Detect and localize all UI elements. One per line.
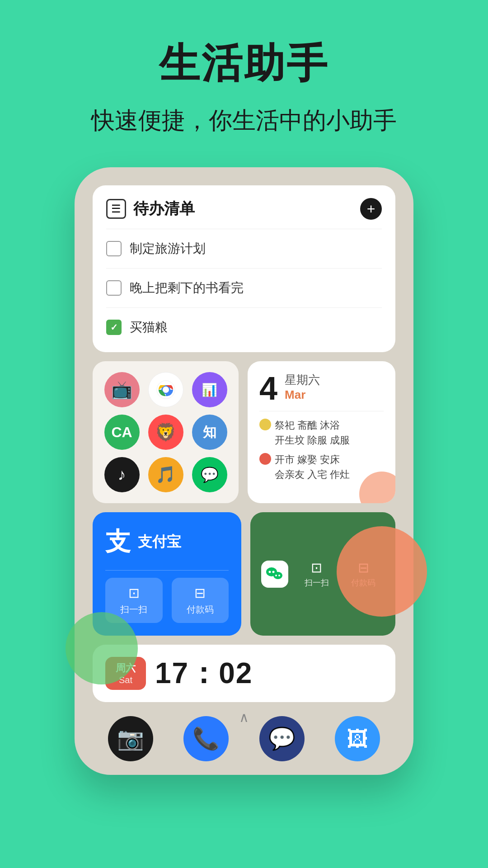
app-icon-tv[interactable]: 📺: [104, 372, 140, 407]
dock-messages[interactable]: 💬: [259, 716, 305, 761]
dock-phone[interactable]: 📞: [183, 716, 229, 761]
todo-title: 待办清单: [133, 198, 195, 219]
todo-divider-1: [106, 229, 382, 229]
calendar-bad-section: 开市 嫁娶 安床会亲友 入宅 作灶: [259, 452, 384, 482]
calendar-bad-items: 开市 嫁娶 安床会亲友 入宅 作灶: [275, 452, 350, 482]
app-title: 生活助手: [0, 36, 488, 91]
app-icon-zhihu[interactable]: 知: [192, 415, 227, 450]
good-badge: [259, 419, 271, 430]
alipay-logo: 支: [105, 525, 131, 559]
todo-text-1: 制定旅游计划: [130, 240, 206, 257]
app-icon-green[interactable]: CA: [104, 415, 140, 450]
app-icon-music[interactable]: 🎵: [148, 457, 183, 492]
app-subtitle: 快速便捷，你生活中的小助手: [0, 105, 488, 137]
wechat-scan-label: 扫一扫: [296, 577, 338, 588]
calendar-widget: 4 星期六 Mar 祭祀 斋醮 沐浴开生坟 除服 成服 开市 嫁娶 安床会亲友 …: [248, 361, 395, 503]
widgets-row-3: 周六 Sat 17：02: [93, 645, 395, 702]
svg-point-2: [163, 387, 169, 393]
alipay-pay-button[interactable]: ⊟ 付款码: [172, 578, 229, 623]
checkbox-1[interactable]: [106, 241, 122, 256]
wechat-scan-button[interactable]: ⊡ 扫一扫: [296, 560, 338, 588]
calendar-good-items: 祭祀 斋醮 沐浴开生坟 除服 成服: [275, 418, 350, 448]
alipay-name: 支付宝: [138, 532, 181, 552]
header-section: 生活助手 快速便捷，你生活中的小助手: [0, 0, 488, 150]
calendar-day: 4: [259, 372, 277, 405]
checkbox-2[interactable]: [106, 280, 122, 296]
app-icon-wechat[interactable]: 💬: [192, 457, 227, 492]
todo-item-2[interactable]: 晚上把剩下的书看完: [106, 276, 382, 300]
alipay-scan-label: 扫一扫: [110, 604, 158, 616]
app-icon-tiktok[interactable]: ♪: [104, 457, 140, 492]
todo-item-3[interactable]: 买猫粮: [106, 315, 382, 340]
todo-header: ☰ 待办清单 +: [106, 198, 382, 220]
alipay-header: 支 支付宝: [105, 525, 229, 559]
bottom-dock: 📷 📞 💬 🖼: [93, 716, 395, 761]
todo-text-2: 晚上把剩下的书看完: [130, 279, 244, 297]
app-grid: 📺 📊 CA 🦁 知 ♪ 🎵: [103, 372, 228, 492]
svg-point-6: [273, 572, 282, 579]
todo-header-left: ☰ 待办清单: [106, 198, 195, 219]
alipay-divider: [105, 570, 229, 571]
app-grid-widget: 📺 📊 CA 🦁 知 ♪ 🎵: [93, 361, 239, 503]
checkbox-3[interactable]: [106, 320, 122, 335]
blob-orange: [337, 526, 427, 617]
app-icon-chrome[interactable]: [148, 372, 183, 407]
calendar-weekday: 星期六: [285, 372, 320, 388]
alipay-actions: ⊡ 扫一扫 ⊟ 付款码: [105, 578, 229, 623]
calendar-month: Mar: [285, 388, 320, 402]
svg-point-4: [269, 571, 271, 573]
clock-widget: 周六 Sat 17：02: [93, 645, 395, 702]
calendar-day-info: 星期六 Mar: [285, 372, 320, 402]
dock-gallery[interactable]: 🖼: [335, 716, 380, 761]
cal-divider: [259, 411, 384, 411]
pay-icon: ⊟: [176, 585, 225, 601]
app-icon-analytics[interactable]: 📊: [192, 372, 227, 407]
clock-time: 17：02: [155, 654, 253, 693]
blob-green: [66, 612, 138, 684]
add-todo-button[interactable]: +: [360, 198, 382, 220]
svg-point-5: [272, 571, 275, 573]
todo-divider-3: [106, 307, 382, 308]
todo-item-1[interactable]: 制定旅游计划: [106, 236, 382, 261]
app-icon-weibo[interactable]: 🦁: [148, 415, 183, 450]
phone-mockup: ☰ 待办清单 + 制定旅游计划 晚上把剩下的书看完 买猫粮 📺: [75, 167, 413, 775]
wechat-scan-icon: ⊡: [296, 560, 338, 576]
bad-badge: [259, 453, 271, 465]
calendar-top: 4 星期六 Mar: [259, 372, 384, 405]
dock-camera[interactable]: 📷: [108, 716, 153, 761]
todo-widget: ☰ 待办清单 + 制定旅游计划 晚上把剩下的书看完 买猫粮: [93, 185, 395, 352]
todo-list-icon: ☰: [106, 199, 126, 219]
widgets-row-1: 📺 📊 CA 🦁 知 ♪ 🎵: [93, 361, 395, 503]
alipay-pay-label: 付款码: [176, 604, 225, 616]
svg-point-8: [278, 575, 280, 576]
svg-point-7: [275, 575, 277, 576]
todo-divider-2: [106, 268, 382, 269]
scan-icon: ⊡: [110, 585, 158, 601]
calendar-good-section: 祭祀 斋醮 沐浴开生坟 除服 成服: [259, 418, 384, 448]
todo-text-3: 买猫粮: [130, 319, 168, 336]
wechat-logo: [261, 561, 288, 588]
